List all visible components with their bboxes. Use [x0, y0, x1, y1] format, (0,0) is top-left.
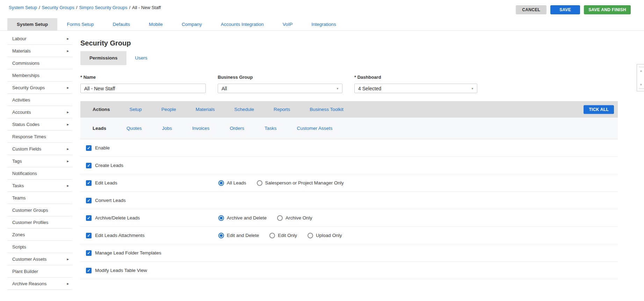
sidebar-item-customer-assets[interactable]: Customer Assets ▸	[7, 253, 72, 265]
sidebar-item-scripts[interactable]: Scripts	[7, 241, 72, 253]
category-nav-items: ActionsSetupPeopleMaterialsScheduleRepor…	[93, 107, 343, 112]
radio-archive-and-delete[interactable]	[218, 215, 224, 221]
sidebar-item-materials[interactable]: Materials ▸	[7, 45, 72, 57]
sub-tab-tasks[interactable]: Tasks	[265, 126, 277, 131]
chevron-right-icon: ▸	[67, 37, 69, 41]
checkbox-convert-leads[interactable]: ✓	[86, 198, 92, 203]
radio-upload-only[interactable]	[307, 233, 313, 238]
sidebar-item-label: Customer Profiles	[12, 220, 48, 225]
permission-row-edit-leads: ✓ Edit Leads All Leads Salesperson or Pr…	[80, 174, 618, 192]
business-group-select[interactable]: All ▼	[218, 84, 342, 93]
radio-edit-only[interactable]	[269, 233, 275, 238]
category-tab-people[interactable]: People	[161, 107, 176, 112]
radio-option-label: Edit Only	[278, 233, 297, 238]
tab-company[interactable]: Company	[172, 18, 211, 30]
radio-options-group: Archive and Delete Archive Only	[218, 215, 312, 221]
tick-all-button[interactable]: TICK ALL	[584, 105, 614, 114]
permission-label: Manage Lead Folder Templates	[95, 250, 161, 255]
tab-defaults[interactable]: Defaults	[103, 18, 140, 30]
scroll-down-icon[interactable]: ▼	[639, 83, 643, 86]
sidebar-item-labour[interactable]: Labour ▸	[7, 33, 72, 45]
checkbox-modify-leads-table-view[interactable]: ✓	[86, 268, 92, 273]
scroll-up-icon[interactable]: ▲	[639, 69, 643, 72]
category-tab-business-toolkit[interactable]: Business Toolkit	[310, 107, 343, 112]
sidebar-item-tasks[interactable]: Tasks ▸	[7, 180, 72, 192]
sidebar-item-customer-profiles[interactable]: Customer Profiles	[7, 216, 72, 229]
category-tab-actions[interactable]: Actions	[93, 107, 110, 112]
sidebar-item-label: Tags	[12, 159, 22, 164]
breadcrumb-link-system-setup[interactable]: System Setup	[9, 5, 37, 10]
sub-tab-leads[interactable]: Leads	[93, 126, 106, 131]
sidebar-item-memberships[interactable]: Memberships	[7, 69, 72, 82]
sidebar-item-custom-fields[interactable]: Custom Fields ▸	[7, 143, 72, 155]
tab-mobile[interactable]: Mobile	[139, 18, 172, 30]
sub-tab-quotes[interactable]: Quotes	[126, 126, 142, 131]
tab-voip[interactable]: VoIP	[273, 18, 302, 30]
permission-row-modify-leads-table-view: ✓ Modify Leads Table View	[80, 262, 618, 279]
permission-label: Modify Leads Table View	[95, 268, 147, 273]
dashboard-select[interactable]: 4 Selected ▼	[354, 84, 477, 93]
sidebar-item-label: Customer Groups	[12, 208, 48, 213]
sidebar-item-notifications[interactable]: Notifications	[7, 167, 72, 180]
sub-tab-invoices[interactable]: Invoices	[192, 126, 210, 131]
sidebar-item-label: Memberships	[12, 73, 39, 78]
checkbox-manage-lead-folder-templates[interactable]: ✓	[86, 250, 92, 256]
sidebar-item-response-times[interactable]: Response Times	[7, 131, 72, 143]
sidebar-item-activities[interactable]: Activities	[7, 94, 72, 106]
sidebar-item-plant-builder[interactable]: Plant Builder	[7, 265, 72, 278]
main-content: Security Group PermissionsUsers * Name B…	[80, 31, 618, 279]
breadcrumb-link-security-groups[interactable]: Security Groups	[42, 5, 74, 10]
sub-tab-jobs[interactable]: Jobs	[162, 126, 172, 131]
chevron-right-icon: ▸	[67, 110, 69, 114]
radio-edit-and-delete[interactable]	[218, 233, 224, 238]
category-tab-schedule[interactable]: Schedule	[234, 107, 254, 112]
sidebar-item-label: Scripts	[12, 244, 26, 250]
radio-salesperson-or-project-manager-only[interactable]	[257, 180, 262, 186]
radio-archive-only[interactable]	[277, 215, 283, 221]
sidebar-item-label: Plant Builder	[12, 269, 38, 274]
checkbox-create-leads[interactable]: ✓	[86, 163, 92, 168]
radio-all-leads[interactable]	[218, 180, 224, 186]
permissions-list: ✓ Enable ✓ Create Leads ✓ Edit Leads All…	[80, 139, 618, 279]
sidebar-item-customer-groups[interactable]: Customer Groups	[7, 204, 72, 216]
category-tab-materials[interactable]: Materials	[196, 107, 215, 112]
dashboard-label: * Dashboard	[354, 75, 477, 80]
save-and-finish-button[interactable]: SAVE AND FINISH	[584, 5, 631, 14]
sub-tab-orders[interactable]: Orders	[230, 126, 244, 131]
name-input[interactable]	[80, 84, 206, 93]
sidebar-item-archive-reasons[interactable]: Archive Reasons ▸	[7, 278, 72, 290]
view-tab-permissions[interactable]: Permissions	[80, 51, 126, 65]
tab-accounts-integration[interactable]: Accounts Integration	[211, 18, 273, 30]
tab-forms-setup[interactable]: Forms Setup	[57, 18, 103, 30]
radio-option-label: Archive Only	[285, 215, 312, 220]
breadcrumb-link-simpro-security-groups[interactable]: Simpro Security Groups	[79, 5, 127, 10]
sidebar-item-teams[interactable]: Teams	[7, 192, 72, 204]
save-button[interactable]: SAVE	[550, 5, 580, 14]
permission-row-create-leads: ✓ Create Leads	[80, 157, 618, 174]
checkbox-edit-leads-attachments[interactable]: ✓	[86, 233, 92, 238]
sidebar-item-status-codes[interactable]: Status Codes ▸	[7, 118, 72, 131]
radio-options-group: Edit and Delete Edit Only Upload Only	[218, 233, 342, 238]
clipped-scroll-widget: ▲ ▼	[637, 64, 644, 91]
breadcrumb-current: All - New Staff	[132, 5, 161, 10]
tab-system-setup[interactable]: System Setup	[7, 18, 57, 30]
sidebar-item-commissions[interactable]: Commissions	[7, 57, 72, 69]
checkbox-edit-leads[interactable]: ✓	[86, 180, 92, 186]
view-tab-users[interactable]: Users	[126, 51, 155, 65]
category-tab-reports[interactable]: Reports	[274, 107, 290, 112]
tab-integrations[interactable]: Integrations	[302, 18, 346, 30]
category-tab-setup[interactable]: Setup	[130, 107, 142, 112]
checkbox-enable[interactable]: ✓	[86, 145, 92, 151]
cancel-button[interactable]: CANCEL	[516, 5, 547, 14]
sidebar-item-security-groups[interactable]: Security Groups ▸	[7, 82, 72, 94]
checkbox-archive-delete-leads[interactable]: ✓	[86, 215, 92, 221]
sidebar-item-tags[interactable]: Tags ▸	[7, 155, 72, 167]
radio-option-label: Upload Only	[316, 233, 342, 238]
sidebar-item-label: Custom Fields	[12, 146, 41, 152]
sub-tab-customer-assets[interactable]: Customer Assets	[297, 126, 332, 131]
check-icon: ✓	[87, 163, 91, 168]
radio-option-label: All Leads	[227, 180, 246, 186]
sidebar-item-accounts[interactable]: Accounts ▸	[7, 106, 72, 118]
sidebar-item-zones[interactable]: Zones	[7, 229, 72, 241]
business-group-label: Business Group	[218, 75, 342, 80]
